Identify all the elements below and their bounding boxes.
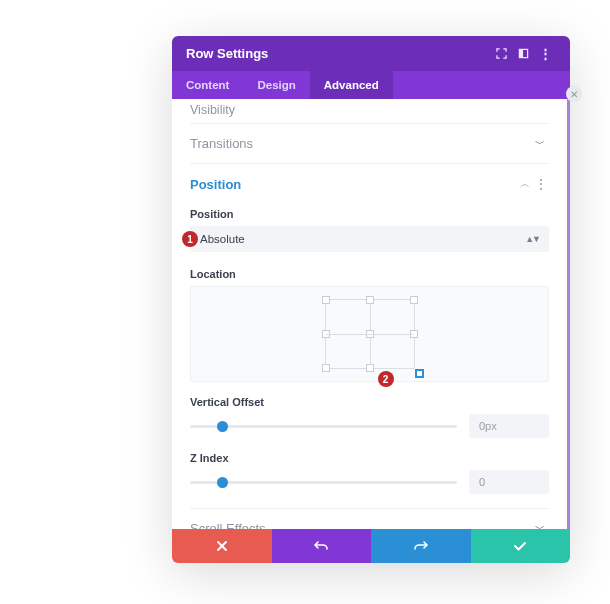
- slider-thumb-icon[interactable]: [217, 477, 228, 488]
- location-grid: [325, 299, 415, 369]
- section-visibility-title: Visibility: [190, 99, 549, 123]
- tab-content[interactable]: Content: [172, 71, 243, 99]
- dismiss-icon[interactable]: ✕: [566, 86, 582, 102]
- undo-icon: [314, 540, 328, 552]
- section-scroll-effects[interactable]: Scroll Effects ﹀: [190, 508, 549, 529]
- svg-rect-1: [519, 49, 523, 57]
- location-picker[interactable]: 2: [190, 286, 549, 382]
- vertical-offset-slider[interactable]: [190, 416, 457, 436]
- location-label: Location: [190, 264, 549, 286]
- close-icon: [216, 540, 228, 552]
- settings-body: Visibility Transitions ﹀ Position ︿ ⋮ Po…: [172, 99, 570, 529]
- undo-button[interactable]: [272, 529, 372, 563]
- chevron-up-icon: ︿: [516, 177, 534, 191]
- check-icon: [513, 540, 527, 552]
- zindex-input[interactable]: 0: [469, 470, 549, 494]
- annotation-marker-2: 2: [378, 371, 394, 387]
- section-scroll-effects-title: Scroll Effects: [190, 521, 531, 529]
- section-position-title: Position: [190, 177, 516, 192]
- anchor-top-left[interactable]: [322, 296, 330, 304]
- anchor-top-right[interactable]: [410, 296, 418, 304]
- anchor-bottom-right-selected[interactable]: [415, 369, 424, 378]
- slider-thumb-icon[interactable]: [217, 421, 228, 432]
- tab-advanced[interactable]: Advanced: [310, 71, 393, 99]
- vertical-offset-label: Vertical Offset: [190, 392, 549, 414]
- section-transitions-title: Transitions: [190, 136, 531, 151]
- anchor-bottom-center[interactable]: [366, 364, 374, 372]
- chevron-down-icon: ﹀: [531, 522, 549, 530]
- position-label: Position: [190, 204, 549, 226]
- expand-icon[interactable]: [490, 48, 512, 59]
- anchor-mid-left[interactable]: [322, 330, 330, 338]
- section-position[interactable]: Position ︿ ⋮: [190, 163, 549, 204]
- redo-icon: [414, 540, 428, 552]
- snap-icon[interactable]: [512, 48, 534, 59]
- tab-design[interactable]: Design: [243, 71, 309, 99]
- tab-bar: Content Design Advanced: [172, 71, 570, 99]
- redo-button[interactable]: [371, 529, 471, 563]
- cancel-button[interactable]: [172, 529, 272, 563]
- modal-titlebar: Row Settings ⋮: [172, 36, 570, 71]
- anchor-top-center[interactable]: [366, 296, 374, 304]
- zindex-label: Z Index: [190, 448, 549, 470]
- select-caret-icon: ▲▼: [525, 234, 539, 244]
- position-section-body: Position 1 Absolute ▲▼ Location: [190, 204, 549, 508]
- position-select[interactable]: 1 Absolute ▲▼: [190, 226, 549, 252]
- modal-title: Row Settings: [186, 46, 268, 61]
- anchor-mid-center[interactable]: [366, 330, 374, 338]
- save-button[interactable]: [471, 529, 571, 563]
- zindex-slider[interactable]: [190, 472, 457, 492]
- section-transitions[interactable]: Transitions ﹀: [190, 123, 549, 163]
- anchor-bottom-left[interactable]: [322, 364, 330, 372]
- annotation-marker-1: 1: [182, 231, 198, 247]
- title-more-icon[interactable]: ⋮: [534, 46, 556, 61]
- section-more-icon[interactable]: ⋮: [534, 176, 549, 192]
- anchor-mid-right[interactable]: [410, 330, 418, 338]
- chevron-down-icon: ﹀: [531, 137, 549, 151]
- modal-footer: [172, 529, 570, 563]
- position-select-value: Absolute: [200, 233, 245, 245]
- vertical-offset-input[interactable]: 0px: [469, 414, 549, 438]
